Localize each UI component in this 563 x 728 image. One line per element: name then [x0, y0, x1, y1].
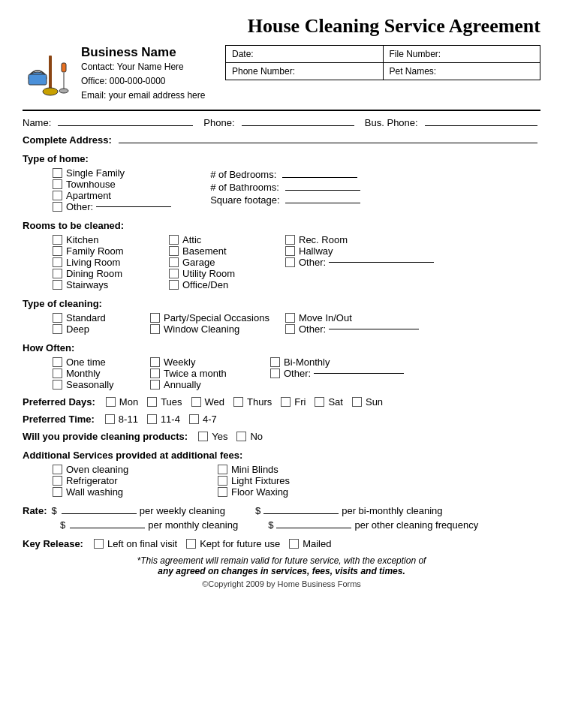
checkbox[interactable] — [236, 432, 246, 441]
checkbox[interactable] — [285, 246, 295, 256]
checkbox[interactable] — [289, 539, 299, 549]
cleaning-col3: Move In/Out Other: — [285, 312, 435, 335]
list-item: Utility Room — [169, 268, 272, 279]
checkbox[interactable] — [53, 235, 62, 245]
cleaning-label: Move In/Out — [299, 312, 352, 323]
bus-phone-field[interactable] — [425, 125, 537, 126]
checkbox[interactable] — [169, 246, 179, 256]
name-field[interactable] — [58, 125, 193, 126]
day-label: Mon — [119, 396, 138, 408]
other-rate-field[interactable] — [276, 528, 351, 528]
checkbox[interactable] — [218, 465, 227, 474]
address-field[interactable] — [119, 143, 537, 143]
checkbox[interactable] — [147, 397, 157, 407]
monthly-rate-label: per monthly cleaning — [148, 519, 238, 531]
checkbox[interactable] — [270, 369, 280, 378]
checkbox[interactable] — [198, 432, 208, 441]
checkbox[interactable] — [53, 168, 62, 178]
checkbox[interactable] — [169, 280, 179, 290]
checkbox[interactable] — [53, 191, 62, 200]
checkbox[interactable] — [53, 324, 62, 334]
checkbox[interactable] — [94, 539, 104, 549]
checkbox[interactable] — [53, 179, 62, 189]
checkbox[interactable] — [106, 397, 116, 407]
pet-names-label: Pet Names: — [383, 63, 540, 80]
checkbox[interactable] — [169, 257, 179, 267]
checkbox[interactable] — [186, 539, 196, 549]
checkbox[interactable] — [150, 357, 160, 367]
checkbox[interactable] — [53, 369, 62, 378]
room-label: Family Room — [66, 245, 124, 257]
type-of-home-section: Single Family Townhouse Apartment Other:… — [53, 167, 540, 212]
checkbox[interactable] — [53, 280, 62, 290]
option-label: Single Family — [66, 167, 125, 179]
email-val: your email address here — [109, 90, 206, 101]
checkbox[interactable] — [53, 487, 62, 497]
checkbox[interactable] — [285, 235, 295, 245]
key-option-label: Left on final visit — [107, 538, 177, 549]
checkbox[interactable] — [352, 397, 362, 407]
day-label: Tues — [161, 396, 182, 408]
key-left-on-final: Left on final visit — [94, 538, 177, 549]
room-label: Rec. Room — [299, 234, 348, 245]
checkbox[interactable] — [147, 414, 157, 424]
monthly-rate-field[interactable] — [70, 528, 145, 528]
checkbox[interactable] — [150, 313, 160, 323]
service-label: Oven cleaning — [66, 464, 128, 475]
checkbox[interactable] — [53, 257, 62, 267]
bathrooms-field[interactable] — [285, 190, 360, 191]
checkbox[interactable] — [105, 414, 115, 424]
checkbox[interactable] — [285, 313, 295, 323]
rooms-title: Rooms to be cleaned: — [23, 220, 540, 231]
key-release-row: Key Release: Left on final visit Kept fo… — [23, 538, 540, 549]
checkbox[interactable] — [150, 324, 160, 334]
bedrooms-field[interactable] — [282, 177, 357, 178]
other-home-field[interactable] — [96, 206, 171, 207]
email-label: Email: — [81, 90, 106, 101]
checkbox[interactable] — [233, 397, 243, 407]
weekly-rate-field[interactable] — [62, 513, 137, 514]
checkbox[interactable] — [189, 414, 199, 424]
bimonthly-rate-field[interactable] — [263, 513, 339, 514]
preferred-time-label: Preferred Time: — [23, 414, 95, 425]
phone-number-label: Phone Number: — [226, 63, 384, 80]
checkbox[interactable] — [53, 380, 62, 390]
bathrooms-row: # of Bathrooms: — [210, 182, 363, 193]
other-often-field[interactable] — [314, 373, 404, 374]
checkbox[interactable] — [218, 476, 227, 486]
checkbox[interactable] — [218, 487, 227, 497]
checkbox[interactable] — [150, 369, 160, 378]
checkbox[interactable] — [169, 269, 179, 278]
checkbox[interactable] — [53, 269, 62, 278]
list-item: Living Room — [53, 257, 155, 268]
checkbox[interactable] — [285, 257, 295, 267]
info-table: Date: File Number: Phone Number: Pet Nam… — [225, 45, 540, 80]
checkbox[interactable] — [285, 324, 295, 334]
checkbox[interactable] — [281, 397, 291, 407]
checkbox[interactable] — [53, 465, 62, 474]
footer-note-1: *This agreement will remain valid for fu… — [137, 555, 426, 566]
checkbox[interactable] — [53, 476, 62, 486]
phone-field[interactable] — [242, 125, 354, 126]
checkbox[interactable] — [270, 357, 280, 367]
checkbox[interactable] — [53, 357, 62, 367]
cleaning-products-label: Will you provide cleaning products: — [23, 431, 188, 442]
checkbox[interactable] — [53, 313, 62, 323]
rate-row-1: Rate: $ per weekly cleaning $ per bi-mon… — [23, 505, 540, 516]
checkbox[interactable] — [191, 397, 201, 407]
checkbox[interactable] — [150, 380, 160, 390]
bathrooms-label: # of Bathrooms: — [210, 182, 282, 193]
checkbox[interactable] — [53, 246, 62, 256]
list-item: Mini Blinds — [218, 464, 290, 475]
type-of-home-title: Type of home: — [23, 153, 540, 164]
sqft-field[interactable] — [285, 203, 360, 203]
date-label: Date: — [226, 46, 384, 63]
other-cleaning-field[interactable] — [329, 329, 419, 329]
checkbox[interactable] — [169, 235, 179, 245]
list-item: Weekly — [150, 356, 257, 368]
list-item: Office/Den — [169, 279, 272, 290]
other-room-field[interactable] — [329, 262, 434, 263]
checkbox[interactable] — [315, 397, 324, 407]
list-item: Rec. Room — [285, 234, 437, 245]
checkbox[interactable] — [53, 202, 62, 212]
